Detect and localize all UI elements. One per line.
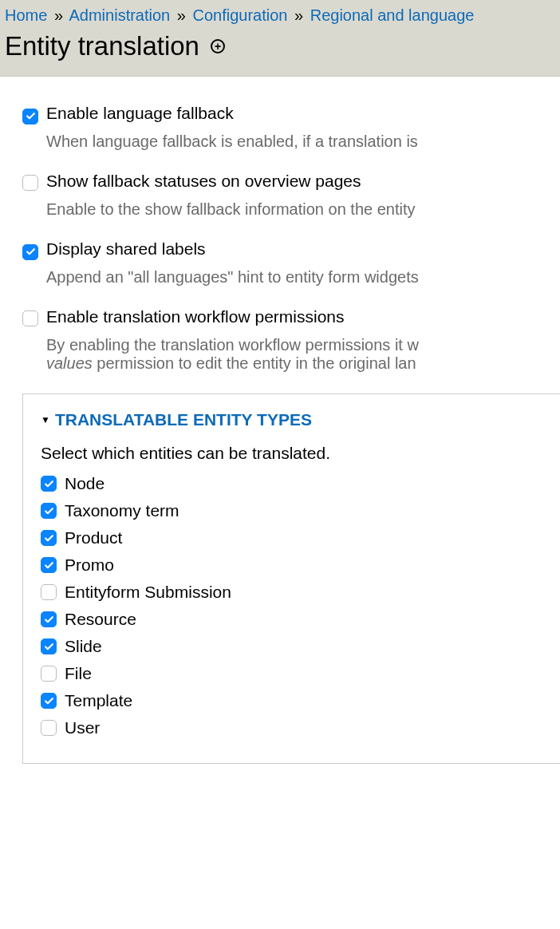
breadcrumb-link-home[interactable]: Home (5, 6, 47, 24)
entity-label[interactable]: Product (65, 528, 122, 548)
option-desc-line2: permission to edit the entity in the ori… (93, 354, 416, 372)
breadcrumb-link-administration[interactable]: Administration (69, 6, 171, 24)
entity-label[interactable]: Slide (65, 637, 102, 656)
option-description: By enabling the translation workflow per… (46, 336, 560, 373)
caret-down-icon: ▼ (41, 414, 50, 425)
checkbox-template[interactable] (41, 693, 57, 709)
checkbox-taxonomy-term[interactable] (41, 503, 57, 519)
option-label[interactable]: Display shared labels (46, 239, 560, 259)
breadcrumb: Home » Administration » Configuration » … (5, 5, 555, 30)
checkbox-enable-language-fallback[interactable] (22, 109, 38, 125)
header-bar: Home » Administration » Configuration » … (0, 0, 560, 77)
breadcrumb-link-regional[interactable]: Regional and language (310, 6, 475, 24)
content: Enable language fallback When language f… (0, 77, 560, 780)
option-description: Enable to the show fallback information … (46, 200, 560, 219)
entity-item-user: User (41, 718, 560, 737)
entity-item-taxonomy-term: Taxonomy term (41, 501, 560, 520)
checkbox-user[interactable] (41, 720, 57, 736)
checkbox-promo[interactable] (41, 557, 57, 573)
entity-label[interactable]: User (65, 718, 100, 737)
entity-item-template: Template (41, 691, 560, 710)
entity-item-node: Node (41, 474, 560, 493)
entity-item-file: File (41, 664, 560, 683)
entity-label[interactable]: Promo (65, 555, 114, 575)
breadcrumb-separator: » (177, 6, 186, 24)
option-label[interactable]: Show fallback statuses on overview pages (46, 172, 560, 191)
option-show-fallback-statuses: Show fallback statuses on overview pages… (22, 172, 560, 219)
checkbox-entityform-submission[interactable] (41, 584, 57, 600)
entity-item-resource: Resource (41, 610, 560, 629)
option-enable-language-fallback: Enable language fallback When language f… (22, 104, 560, 151)
page-title-text: Entity translation (5, 31, 199, 61)
option-label[interactable]: Enable language fallback (46, 104, 560, 123)
entity-item-promo: Promo (41, 555, 560, 575)
entity-item-slide: Slide (41, 637, 560, 656)
entity-item-entityform-submission: Entityform Submission (41, 583, 560, 602)
checkbox-product[interactable] (41, 530, 57, 546)
entity-label[interactable]: Node (65, 474, 105, 493)
entity-label[interactable]: File (65, 664, 92, 683)
option-description: When language fallback is enabled, if a … (46, 132, 560, 151)
entity-label[interactable]: Entityform Submission (65, 583, 231, 602)
fieldset-legend-text: Translatable entity types (55, 410, 312, 429)
breadcrumb-link-configuration[interactable]: Configuration (192, 6, 287, 24)
checkbox-enable-workflow-permissions[interactable] (22, 310, 38, 326)
checkbox-file[interactable] (41, 666, 57, 682)
option-display-shared-labels: Display shared labels Append an "all lan… (22, 239, 560, 287)
checkbox-node[interactable] (41, 476, 57, 492)
fieldset-description: Select which entities can be translated. (41, 444, 560, 463)
checkbox-display-shared-labels[interactable] (22, 244, 38, 260)
option-description: Append an "all languages" hint to entity… (46, 268, 560, 287)
option-enable-workflow-permissions: Enable translation workflow permissions … (22, 307, 560, 373)
fieldset-legend[interactable]: ▼ Translatable entity types (41, 410, 560, 429)
checkbox-show-fallback-statuses[interactable] (22, 175, 38, 191)
entity-label[interactable]: Taxonomy term (65, 501, 179, 520)
entity-label[interactable]: Template (65, 691, 132, 710)
checkbox-slide[interactable] (41, 638, 57, 654)
entity-label[interactable]: Resource (65, 610, 136, 629)
option-label[interactable]: Enable translation workflow permissions (46, 307, 560, 326)
checkbox-resource[interactable] (41, 611, 57, 627)
add-icon[interactable]: + (211, 39, 225, 53)
entity-item-product: Product (41, 528, 560, 548)
fieldset-translatable-entity-types: ▼ Translatable entity types Select which… (22, 393, 560, 764)
breadcrumb-separator: » (294, 6, 303, 24)
option-desc-line1: By enabling the translation workflow per… (46, 336, 419, 354)
breadcrumb-separator: » (54, 6, 63, 24)
option-desc-italic: values (46, 354, 93, 372)
page-title: Entity translation + (5, 31, 555, 61)
